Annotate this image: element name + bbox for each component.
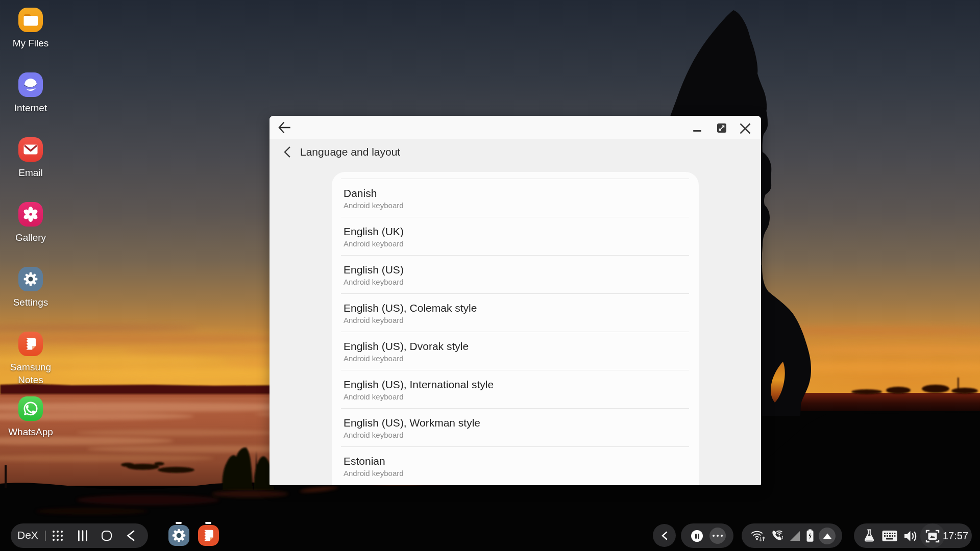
svg-text:1: 1 xyxy=(781,535,784,540)
